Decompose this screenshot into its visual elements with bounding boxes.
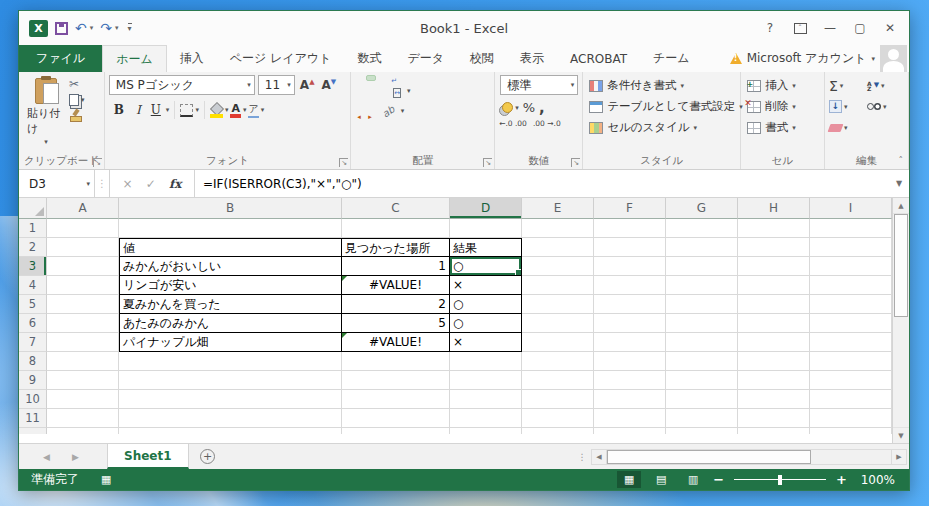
formula-input[interactable]: =IF(ISERROR(C3),"×","○"): [195, 170, 889, 197]
vertical-scroll-thumb[interactable]: [894, 214, 908, 317]
underline-button[interactable]: U: [148, 102, 164, 118]
align-right-button[interactable]: [377, 88, 387, 94]
cell[interactable]: [342, 390, 450, 409]
cell[interactable]: [522, 409, 594, 428]
cell[interactable]: [666, 314, 738, 333]
close-button[interactable]: ✕: [877, 18, 903, 38]
cell[interactable]: [738, 238, 810, 257]
cell[interactable]: [738, 409, 810, 428]
expand-formula-bar-icon[interactable]: ▼: [889, 170, 909, 197]
cell[interactable]: [522, 276, 594, 295]
column-header-A[interactable]: A: [47, 198, 119, 219]
tab-review[interactable]: 校閲: [457, 45, 507, 72]
orientation-button[interactable]: ab: [377, 101, 399, 121]
cell[interactable]: [47, 428, 119, 434]
cell[interactable]: [594, 276, 666, 295]
cell[interactable]: [47, 352, 119, 371]
cell[interactable]: [522, 333, 594, 352]
borders-icon[interactable]: [180, 104, 193, 117]
cell[interactable]: [594, 257, 666, 276]
cell[interactable]: [522, 371, 594, 390]
orientation-dropdown-icon[interactable]: ▾: [401, 107, 405, 115]
cell[interactable]: [810, 219, 892, 238]
merge-dropdown-icon[interactable]: ▾: [407, 87, 411, 95]
row-header-6[interactable]: 6: [19, 314, 47, 333]
column-header-I[interactable]: I: [810, 198, 892, 219]
sheet-next-icon[interactable]: ▶: [72, 452, 79, 462]
account-area[interactable]: Microsoft アカウント ▾: [730, 45, 909, 72]
help-button[interactable]: ?: [757, 18, 783, 38]
tab-acrobat[interactable]: ACROBAT: [557, 45, 640, 72]
number-format-combo[interactable]: 標準▾: [500, 75, 578, 95]
tab-data[interactable]: データ: [394, 45, 457, 72]
cell[interactable]: [522, 257, 594, 276]
cell[interactable]: [810, 428, 892, 434]
horizontal-scrollbar[interactable]: ◀ ▶: [589, 444, 909, 469]
cell[interactable]: [810, 390, 892, 409]
cell[interactable]: [342, 409, 450, 428]
collapse-ribbon-icon[interactable]: ˄: [899, 155, 904, 165]
increase-font-size-icon[interactable]: A▲: [298, 78, 317, 92]
cell-D3-selected[interactable]: ○: [450, 257, 522, 276]
copy-icon[interactable]: [69, 94, 79, 106]
zoom-slider[interactable]: [734, 473, 826, 487]
cell[interactable]: [522, 314, 594, 333]
sheet-prev-icon[interactable]: ◀: [43, 452, 50, 462]
cell[interactable]: [522, 219, 594, 238]
cell[interactable]: [522, 390, 594, 409]
select-all-corner[interactable]: [19, 198, 47, 219]
cell[interactable]: [810, 238, 892, 257]
cell[interactable]: [666, 371, 738, 390]
tab-splitter-handle[interactable]: ⋮: [575, 444, 589, 469]
phonetic-dropdown-icon[interactable]: ▾: [261, 106, 265, 114]
cell[interactable]: [119, 219, 342, 238]
align-bottom-button[interactable]: [377, 75, 387, 81]
cell[interactable]: [738, 352, 810, 371]
cell[interactable]: [119, 409, 342, 428]
tab-view[interactable]: 表示: [507, 45, 557, 72]
clipboard-dialog-launcher[interactable]: ↘: [93, 158, 102, 167]
row-header-10[interactable]: 10: [19, 390, 47, 409]
cell[interactable]: [666, 352, 738, 371]
cell[interactable]: [342, 371, 450, 390]
cell[interactable]: [119, 390, 342, 409]
increase-decimal-button[interactable]: ←.0 .00: [499, 119, 527, 128]
page-layout-view-button[interactable]: ▤: [649, 471, 673, 488]
zoom-out-button[interactable]: −: [713, 472, 724, 487]
undo-dropdown-icon[interactable]: ▾: [90, 24, 94, 32]
cell[interactable]: [119, 428, 342, 434]
font-size-combo[interactable]: 11▾: [258, 75, 295, 95]
align-middle-button[interactable]: [366, 75, 376, 81]
redo-dropdown-icon[interactable]: ▾: [115, 24, 119, 32]
cell[interactable]: [666, 238, 738, 257]
cell[interactable]: [522, 352, 594, 371]
cell[interactable]: [594, 352, 666, 371]
cell[interactable]: [47, 295, 119, 314]
tab-team[interactable]: チーム: [640, 45, 703, 72]
cell[interactable]: [119, 371, 342, 390]
cell[interactable]: [594, 428, 666, 434]
copy-dropdown-icon[interactable]: ▾: [81, 96, 85, 104]
cell[interactable]: [47, 219, 119, 238]
cell-styles-button[interactable]: セルのスタイル▾: [587, 117, 736, 138]
cut-icon[interactable]: ✂: [69, 78, 85, 91]
tab-page-layout[interactable]: ページ レイアウト: [217, 45, 345, 72]
cell[interactable]: [594, 371, 666, 390]
row-header-1[interactable]: 1: [19, 219, 47, 238]
cell[interactable]: [342, 219, 450, 238]
paste-button[interactable]: 貼り付け ▾: [23, 75, 69, 153]
cell-B3[interactable]: みかんがおいしい: [119, 257, 342, 276]
fill-color-icon[interactable]: [210, 104, 223, 117]
cell[interactable]: [738, 276, 810, 295]
cell[interactable]: [738, 390, 810, 409]
cell[interactable]: [522, 428, 594, 434]
cell[interactable]: [738, 295, 810, 314]
cell-C3[interactable]: 1: [342, 257, 450, 276]
font-name-combo[interactable]: MS Pゴシック▾: [109, 75, 255, 95]
cell-B7[interactable]: パイナップル畑: [119, 333, 342, 352]
format-as-table-button[interactable]: テーブルとして書式設定▾: [587, 96, 736, 117]
cell[interactable]: [594, 238, 666, 257]
increase-indent-button[interactable]: ▸: [366, 108, 376, 114]
decrease-indent-button[interactable]: ◂: [355, 108, 365, 114]
cell[interactable]: [450, 428, 522, 434]
